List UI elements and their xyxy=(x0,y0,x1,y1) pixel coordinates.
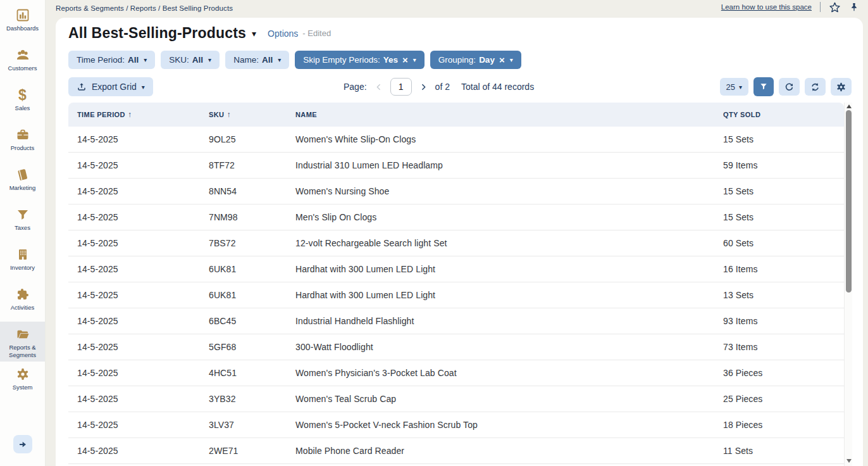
title-row: All Best-Selling-Products ▾ Options - Ed… xyxy=(68,25,331,42)
table-row[interactable]: 14-5-2025 7NM98 Men's Slip On Clogs 15 S… xyxy=(68,205,844,230)
sidebar-item-products[interactable]: Products xyxy=(0,122,45,162)
report-card: All Best-Selling-Products ▾ Options - Ed… xyxy=(56,18,863,466)
filter-chip-skip-empty-periods[interactable]: Skip Empty Periods: Yes × ▾ xyxy=(295,51,425,69)
chip-label: Name: xyxy=(233,55,259,65)
cell-sku: 7NM98 xyxy=(209,212,295,222)
edited-status: - Edited xyxy=(302,28,331,38)
chevron-down-icon[interactable]: ▾ xyxy=(252,28,256,39)
table-row[interactable]: 14-5-2025 6BC45 Industrial Handheld Flas… xyxy=(68,308,844,334)
cell-sku: 3LV37 xyxy=(209,420,295,430)
sidebar-item-label: Customers xyxy=(8,65,37,72)
scroll-up-icon[interactable] xyxy=(846,104,852,108)
table-row[interactable]: 14-5-2025 5GF68 300-Watt Floodlight 73 I… xyxy=(68,334,844,360)
filter-chip-name[interactable]: Name: All ▾ xyxy=(225,51,289,69)
sidebar-item-marketing[interactable]: Marketing xyxy=(0,162,45,202)
table-row[interactable]: 14-5-2025 8TF72 Industrial 310 Lumen LED… xyxy=(68,153,844,179)
cell-name: Hardhat with 300 Lumen LED Light xyxy=(295,264,723,274)
total-records-label: Total of 44 records xyxy=(461,82,534,92)
table-row[interactable]: 14-5-2025 3YB32 Women's Teal Scrub Cap 2… xyxy=(68,386,844,412)
table-body: 14-5-2025 9OL25 Women's White Slip-On Cl… xyxy=(68,127,844,464)
chevron-down-icon: ▾ xyxy=(413,56,416,63)
sync-icon xyxy=(810,82,821,92)
gear-icon xyxy=(15,366,30,382)
table-row[interactable]: 14-5-2025 9OL25 Women's White Slip-On Cl… xyxy=(68,127,844,153)
cell-time-period: 14-5-2025 xyxy=(77,342,209,352)
cell-time-period: 14-5-2025 xyxy=(77,264,209,274)
cell-sku: 3YB32 xyxy=(209,394,295,404)
cell-sku: 7BS72 xyxy=(209,238,295,248)
cell-qty-sold: 25 Pieces xyxy=(723,394,844,404)
sidebar-item-taxes[interactable]: Taxes xyxy=(0,202,45,242)
sidebar-item-customers[interactable]: Customers xyxy=(0,42,45,82)
chip-label: Grouping: xyxy=(438,55,476,65)
page-number-input[interactable] xyxy=(390,78,412,96)
column-header-time-period[interactable]: TIME PERIOD ↑ xyxy=(77,110,209,119)
table-scrollbar[interactable] xyxy=(844,103,852,466)
favorite-star-button[interactable] xyxy=(829,1,841,13)
chevron-down-icon: ▾ xyxy=(278,56,281,63)
sort-asc-icon: ↑ xyxy=(128,110,132,119)
grid-toolbar: Export Grid ▾ Page: of 2 Total of 44 rec… xyxy=(56,77,863,96)
next-page-button[interactable] xyxy=(418,83,429,91)
people-icon xyxy=(15,47,31,63)
options-link[interactable]: Options xyxy=(268,28,298,39)
star-icon xyxy=(829,1,841,13)
chip-value: All xyxy=(128,55,139,65)
sidebar-expand-button[interactable] xyxy=(13,435,32,453)
cell-sku: 2WE71 xyxy=(209,446,295,456)
cell-name: Men's Slip On Clogs xyxy=(295,212,723,222)
filter-chip-sku[interactable]: SKU: All ▾ xyxy=(161,51,220,69)
sidebar-item-label: Sales xyxy=(15,104,30,112)
filter-button[interactable] xyxy=(753,77,774,96)
table-row[interactable]: 14-5-2025 3LV37 Women's 5-Pocket V-neck … xyxy=(68,412,844,438)
breadcrumb[interactable]: Reports & Segments / Reports / Best Sell… xyxy=(56,4,233,12)
scrollbar-thumb[interactable] xyxy=(846,110,852,293)
column-header-sku[interactable]: SKU ↑ xyxy=(209,110,295,119)
sidebar-item-reports-segments[interactable]: Reports & Segments xyxy=(0,322,45,362)
filter-chip-time-period[interactable]: Time Period: All ▾ xyxy=(68,51,155,69)
export-grid-button[interactable]: Export Grid ▾ xyxy=(68,77,153,96)
cell-time-period: 14-5-2025 xyxy=(77,394,209,404)
table-row[interactable]: 14-5-2025 6UK81 Hardhat with 300 Lumen L… xyxy=(68,256,844,282)
remove-filter-icon[interactable]: × xyxy=(402,55,408,65)
sidebar-item-sales[interactable]: $ Sales xyxy=(0,82,45,122)
column-header-qty-sold[interactable]: QTY SOLD xyxy=(723,111,844,118)
funnel-icon xyxy=(759,82,769,92)
sidebar-item-dashboards[interactable]: Dashboards xyxy=(0,3,45,42)
previous-page-button[interactable] xyxy=(373,83,384,91)
chevron-down-icon: ▾ xyxy=(510,56,513,63)
scroll-down-icon[interactable] xyxy=(846,459,852,463)
sync-button[interactable] xyxy=(805,78,826,96)
sidebar-item-activities[interactable]: Activities xyxy=(0,282,45,322)
table-row[interactable]: 14-5-2025 8NN54 Women's Nursing Shoe 15 … xyxy=(68,179,844,205)
refresh-button[interactable] xyxy=(779,78,800,96)
refresh-icon xyxy=(784,82,795,92)
cell-sku: 6BC45 xyxy=(209,316,295,326)
cell-qty-sold: 15 Sets xyxy=(723,212,844,222)
cell-qty-sold: 59 Items xyxy=(723,160,844,170)
filter-chip-grouping[interactable]: Grouping: Day × ▾ xyxy=(430,51,521,69)
sidebar-item-inventory[interactable]: Inventory xyxy=(0,242,45,282)
cell-sku: 6UK81 xyxy=(209,264,295,274)
cell-sku: 9OL25 xyxy=(209,134,295,144)
cell-sku: 8TF72 xyxy=(209,160,295,170)
cell-name: Hardhat with 300 Lumen LED Light xyxy=(295,290,723,300)
puzzle-icon xyxy=(15,286,30,303)
table-row[interactable]: 14-5-2025 6UK81 Hardhat with 300 Lumen L… xyxy=(68,282,844,308)
table-row[interactable]: 14-5-2025 2WE71 Mobile Phone Card Reader… xyxy=(68,438,844,464)
help-link[interactable]: Learn how to use this space xyxy=(721,3,812,11)
cell-qty-sold: 60 Sets xyxy=(723,238,844,248)
filter-chips-row: Time Period: All ▾ SKU: All ▾ Name: All … xyxy=(68,51,521,69)
page-title[interactable]: All Best-Selling-Products xyxy=(68,25,246,42)
sidebar-item-system[interactable]: System xyxy=(0,362,45,401)
table-row[interactable]: 14-5-2025 4HC51 Women's Physician's 3-Po… xyxy=(68,360,844,386)
column-header-name[interactable]: NAME xyxy=(295,111,723,118)
page-size-dropdown[interactable]: 25 ▾ xyxy=(720,78,749,96)
table-row[interactable]: 14-5-2025 7BS72 12-volt Rechargeable Sea… xyxy=(68,230,844,256)
cell-name: Industrial Handheld Flashlight xyxy=(295,316,723,326)
results-table: TIME PERIOD ↑ SKU ↑ NAME QTY SOLD 14-5-2… xyxy=(68,103,844,464)
pin-button[interactable] xyxy=(849,1,859,13)
chip-value: All xyxy=(262,55,273,65)
grid-settings-button[interactable] xyxy=(831,78,852,96)
remove-filter-icon[interactable]: × xyxy=(499,55,505,65)
